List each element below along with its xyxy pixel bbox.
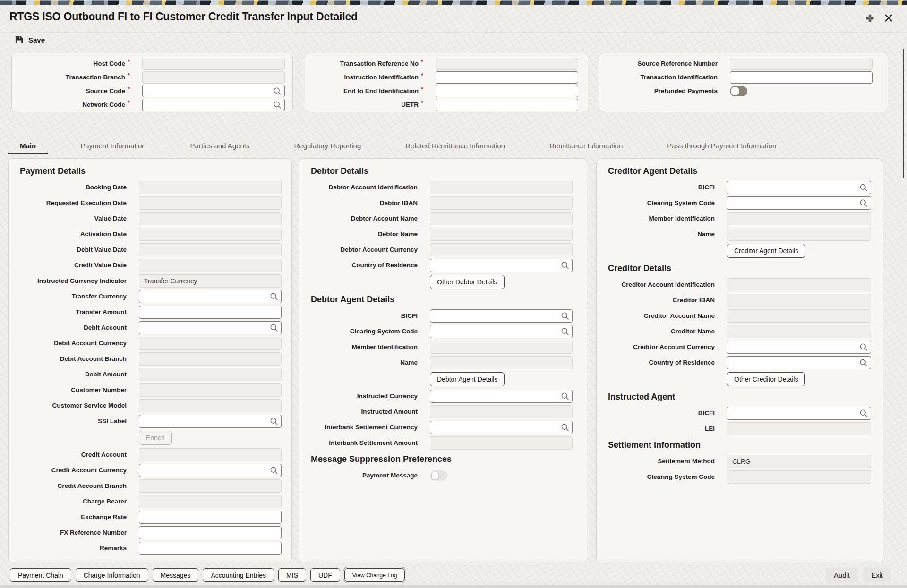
source-code-search-icon[interactable]: [273, 87, 282, 95]
instructed-agent-bicfi-search-icon[interactable]: [859, 409, 868, 418]
source-code-input[interactable]: [142, 85, 285, 97]
debit-account-input[interactable]: [139, 321, 282, 334]
restore-window-icon[interactable]: [864, 12, 876, 24]
ssi-label-search-icon[interactable]: [270, 417, 278, 426]
payment-message-toggle-knob: [431, 472, 439, 479]
creditor-agent-clearing-system-code-search-icon[interactable]: [859, 199, 868, 207]
tab-payment-information[interactable]: Payment Information: [68, 137, 158, 154]
debtor-country-of-residence-search-icon[interactable]: [561, 261, 569, 270]
vertical-scrollbar-thumb[interactable]: [903, 49, 904, 178]
requested-execution-date-label: Requested Execution Date: [9, 199, 127, 206]
interbank-settlement-currency-search-icon[interactable]: [561, 423, 569, 432]
transaction-identification-input[interactable]: [730, 71, 873, 84]
interbank-settlement-currency-input[interactable]: [430, 421, 573, 434]
payment-details-card: Payment DetailsBooking DateRequested Exe…: [8, 158, 292, 562]
settlement-clearing-system-code-input: [727, 470, 871, 484]
debtor-agent-details-button[interactable]: Debtor Agent Details: [430, 372, 505, 386]
messages-button[interactable]: Messages: [153, 568, 199, 582]
exit-button[interactable]: Exit: [863, 568, 891, 582]
view-change-log-button[interactable]: View Change Log: [344, 568, 405, 582]
window-controls: [864, 12, 895, 24]
footer-divider: [0, 564, 907, 564]
instructed-currency-input[interactable]: [430, 390, 573, 403]
host-code-input: [142, 58, 285, 70]
debit-amount-input: [139, 368, 282, 381]
exchange-rate-label: Exchange Rate: [9, 513, 127, 520]
credit-account-currency-search-icon[interactable]: [270, 466, 278, 475]
references-group: Transaction Reference No*Instruction Ide…: [305, 53, 588, 112]
accounting-entries-button[interactable]: Accounting Entries: [203, 568, 274, 582]
creditor-agent-bicfi-search-icon[interactable]: [859, 183, 868, 192]
creditor-agent-name-input: [727, 228, 871, 241]
mis-button[interactable]: MIS: [278, 568, 306, 582]
exchange-rate-input[interactable]: [139, 511, 282, 524]
end-to-end-identification-input[interactable]: [436, 85, 578, 97]
tab-parties-and-agents[interactable]: Parties and Agents: [178, 137, 262, 154]
debtor-country-of-residence-input[interactable]: [430, 259, 573, 272]
network-code-search-icon[interactable]: [273, 101, 282, 109]
creditor-agent-details-button[interactable]: Creditor Agent Details: [727, 244, 805, 258]
transfer-amount-input[interactable]: [139, 306, 282, 319]
creditor-agent-member-identification-label: Member Identification: [597, 215, 715, 222]
tab-remittance-information[interactable]: Remittance Information: [537, 137, 635, 154]
instruction-identification-input[interactable]: [436, 71, 578, 84]
creditor-iban-label: Creditor IBAN: [597, 297, 715, 304]
fx-reference-number-input[interactable]: [139, 526, 282, 539]
other-creditor-details-button[interactable]: Other Creditor Details: [727, 372, 805, 386]
payment-chain-button[interactable]: Payment Chain: [10, 568, 71, 582]
debtor-account-currency-label: Debtor Account Currency: [299, 246, 418, 253]
tab-regulatory-reporting[interactable]: Regulatory Reporting: [282, 137, 374, 154]
transfer-currency-input[interactable]: [139, 290, 282, 303]
instructed-agent-bicfi-input[interactable]: [727, 407, 871, 420]
settlement-information-heading: Settlement Information: [597, 436, 883, 453]
debit-account-label: Debit Account: [9, 324, 127, 331]
creditor-country-of-residence-input[interactable]: [727, 356, 871, 369]
network-code-input[interactable]: [142, 99, 285, 111]
creditor-agent-clearing-system-code-input[interactable]: [727, 196, 871, 210]
udf-button[interactable]: UDF: [310, 568, 340, 582]
other-debtor-details-button[interactable]: Other Debtor Details: [430, 275, 505, 289]
creditor-agent-member-identification-input: [727, 212, 871, 225]
enrich-button: Enrich: [139, 431, 172, 445]
debtor-agent-bicfi-search-icon[interactable]: [561, 312, 569, 320]
settlement-method-input: [727, 455, 871, 468]
debtor-iban-input: [430, 196, 573, 210]
transaction-branch-input: [142, 71, 285, 84]
instructed-currency-indicator-label: Instructed Currency Indicator: [9, 277, 127, 284]
customer-number-label: Customer Number: [9, 386, 127, 393]
ssi-label-input[interactable]: [139, 415, 282, 428]
creditor-agent-name-label: Name: [597, 230, 715, 238]
prefunded-payments-toggle[interactable]: [730, 86, 747, 96]
save-button[interactable]: Save: [14, 34, 45, 46]
transfer-currency-search-icon[interactable]: [270, 292, 278, 301]
creditor-iban-input: [727, 294, 871, 307]
transaction-reference-no-label: Transaction Reference No*: [305, 60, 423, 67]
debtor-agent-bicfi-input[interactable]: [430, 309, 573, 323]
remarks-input[interactable]: [139, 542, 282, 555]
creditor-account-currency-search-icon[interactable]: [859, 343, 868, 351]
creditor-country-of-residence-search-icon[interactable]: [859, 358, 868, 367]
uetr-input[interactable]: [436, 99, 578, 111]
debtor-agent-clearing-system-code-input[interactable]: [430, 325, 573, 338]
debtor-agent-name-label: Name: [299, 359, 418, 366]
debtor-agent-clearing-system-code-search-icon[interactable]: [561, 327, 569, 336]
close-icon[interactable]: [882, 12, 895, 24]
creditor-account-currency-input[interactable]: [727, 341, 871, 354]
title-divider: [0, 32, 907, 33]
footer-left-buttons: Payment ChainCharge InformationMessagesA…: [10, 568, 405, 582]
instructed-agent-lei-input: [727, 422, 871, 435]
debit-account-search-icon[interactable]: [270, 324, 278, 332]
creditor-agent-bicfi-input[interactable]: [727, 181, 871, 194]
tab-main[interactable]: Main: [8, 137, 48, 154]
tab-pass-through-payment-information[interactable]: Pass through Payment Information: [655, 137, 788, 154]
message-suppression-preferences-heading: Message Suppression Preferences: [299, 451, 587, 468]
value-date-input: [139, 212, 282, 225]
charge-information-button[interactable]: Charge Information: [76, 568, 148, 582]
tab-related-remittance-information[interactable]: Related Remittance Information: [393, 137, 517, 154]
creditor-details-card: Creditor Agent DetailsBICFIClearing Syst…: [596, 158, 883, 562]
credit-account-currency-input[interactable]: [139, 464, 282, 477]
debtor-agent-bicfi-label: BICFI: [299, 312, 418, 319]
instructed-amount-input: [430, 405, 573, 418]
instructed-currency-search-icon[interactable]: [561, 392, 569, 401]
audit-button[interactable]: Audit: [826, 568, 858, 582]
